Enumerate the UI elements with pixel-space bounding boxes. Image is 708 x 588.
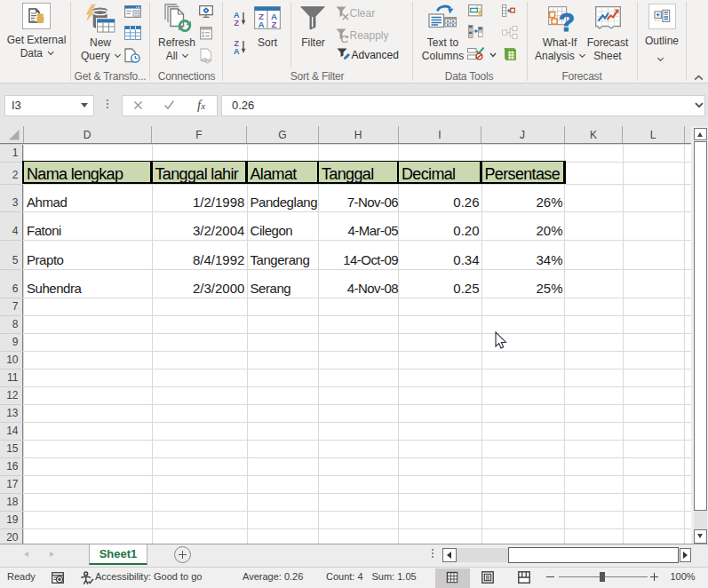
svg-text:A: A <box>234 47 240 55</box>
svg-text:?: ? <box>558 7 574 35</box>
svg-text:A: A <box>258 20 264 29</box>
svg-text:Z: Z <box>272 20 277 29</box>
svg-text:Z: Z <box>234 19 239 27</box>
